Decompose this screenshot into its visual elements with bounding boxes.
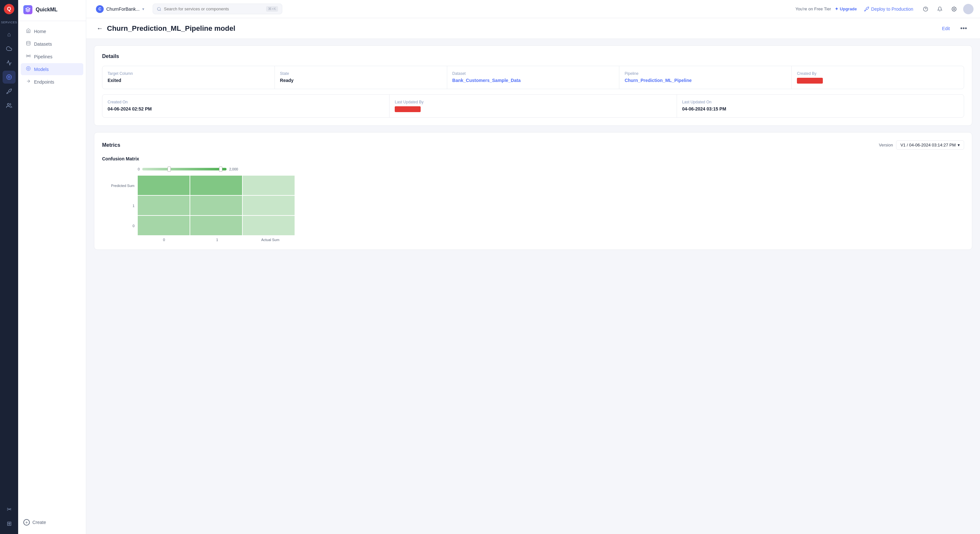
help-button[interactable] xyxy=(920,4,931,14)
matrix-x-label-actual: Actual Sum xyxy=(244,238,296,242)
tier-text: You're on Free Tier xyxy=(795,6,831,11)
analytics-rail-icon[interactable] xyxy=(3,56,16,69)
rocket-icon xyxy=(864,6,869,12)
user-avatar[interactable] xyxy=(963,4,974,14)
main-wrapper: C ChurnForBank... ▾ ⌘+K You're on Free T… xyxy=(86,0,980,534)
last-updated-on-label: Last Updated On xyxy=(682,100,959,104)
state-value: Ready xyxy=(280,78,442,83)
confusion-matrix-container: Predicted Sum 1 0 xyxy=(102,176,964,236)
sidebar: QuickML Home Datasets Pipelines Models xyxy=(18,0,86,534)
deploy-label: Deploy to Production xyxy=(871,6,913,12)
pipeline-cell: Pipeline Churn_Prediction_ML_Pipeline xyxy=(619,66,791,89)
matrix-x-labels: 0 1 Actual Sum xyxy=(102,238,964,242)
sidebar-item-datasets[interactable]: Datasets xyxy=(21,38,83,50)
sidebar-item-endpoints-label: Endpoints xyxy=(34,79,54,84)
rocket-rail-icon[interactable] xyxy=(3,85,16,98)
scale-thumb-right[interactable] xyxy=(219,167,222,172)
svg-point-5 xyxy=(27,41,30,43)
metrics-header: Metrics Version V1 / 04-06-2024 03:14:27… xyxy=(102,140,964,150)
sidebar-item-home-label: Home xyxy=(34,29,46,34)
matrix-cell-0-1 xyxy=(190,176,242,195)
matrix-y-labels: Predicted Sum 1 0 xyxy=(102,176,138,236)
icon-rail: Q Services ⌂ ✂ ⊞ xyxy=(0,0,18,534)
matrix-cell-0-2 xyxy=(243,176,294,195)
sidebar-item-models-label: Models xyxy=(34,67,49,72)
sidebar-item-pipelines[interactable]: Pipelines xyxy=(21,51,83,62)
edit-button[interactable]: Edit xyxy=(938,24,954,33)
sidebar-brand-icon xyxy=(23,5,32,14)
search-bar[interactable]: ⌘+K xyxy=(153,3,282,14)
search-input[interactable] xyxy=(164,6,264,11)
matrix-y-label-1: 1 xyxy=(102,196,135,216)
more-options-button[interactable]: ••• xyxy=(958,23,970,33)
matrix-cell-0-0 xyxy=(138,176,189,195)
svg-point-3 xyxy=(8,76,10,78)
workspace-selector[interactable]: C ChurnForBank... ▾ xyxy=(93,3,148,15)
dataset-value[interactable]: Bank_Customers_Sample_Data xyxy=(452,78,614,83)
created-on-value: 04-06-2024 02:52 PM xyxy=(108,106,384,111)
svg-point-7 xyxy=(26,67,30,71)
home-icon xyxy=(26,28,31,34)
notifications-button[interactable] xyxy=(935,4,945,14)
matrix-cell-2-0 xyxy=(138,216,189,235)
matrix-x-label-0: 0 xyxy=(138,238,190,242)
deploy-to-production-button[interactable]: Deploy to Production xyxy=(861,5,916,14)
version-dropdown[interactable]: V1 / 04-06-2024 03:14:27 PM ▾ xyxy=(896,140,964,150)
create-button[interactable]: + Create xyxy=(18,516,86,529)
upgrade-button[interactable]: ✦ Upgrade xyxy=(835,6,857,11)
details-title: Details xyxy=(102,54,964,59)
tier-badge: You're on Free Tier xyxy=(795,6,831,11)
tools-rail-icon[interactable]: ✂ xyxy=(3,503,16,516)
pipeline-value[interactable]: Churn_Prediction_ML_Pipeline xyxy=(625,78,786,83)
created-by-cell: Created By xyxy=(792,66,964,89)
users-rail-icon[interactable] xyxy=(3,99,16,112)
created-on-label: Created On xyxy=(108,100,384,104)
target-column-label: Target Column xyxy=(108,71,269,76)
scale-thumb-left[interactable] xyxy=(167,167,171,172)
upgrade-label: Upgrade xyxy=(840,6,857,11)
details-section: Details Target Column Exited State Ready… xyxy=(94,45,972,126)
services-label: Services xyxy=(1,21,17,24)
scale-bar-container xyxy=(142,167,226,172)
page-title-row: ← Churn_Prediction_ML_Pipeline model xyxy=(97,24,235,33)
state-label: State xyxy=(280,71,442,76)
sidebar-item-models[interactable]: Models xyxy=(21,63,83,75)
svg-point-10 xyxy=(157,7,160,10)
svg-point-6 xyxy=(28,56,29,57)
back-button[interactable]: ← xyxy=(97,25,103,32)
sidebar-item-home[interactable]: Home xyxy=(21,25,83,37)
settings-button[interactable] xyxy=(949,4,959,14)
matrix-y-label-2: 0 xyxy=(102,216,135,236)
pipelines-icon xyxy=(26,54,31,60)
grid-rail-icon[interactable]: ⊞ xyxy=(3,517,16,530)
last-updated-on-cell: Last Updated On 04-06-2024 03:15 PM xyxy=(677,95,964,117)
workspace-chevron-icon: ▾ xyxy=(142,7,144,11)
matrix-row-0 xyxy=(138,176,294,195)
page-title: Churn_Prediction_ML_Pipeline model xyxy=(107,24,235,33)
sidebar-item-endpoints[interactable]: Endpoints xyxy=(21,76,83,88)
matrix-grid xyxy=(138,176,294,235)
content-area: ← Churn_Prediction_ML_Pipeline model Edi… xyxy=(86,18,980,534)
cloud-rail-icon[interactable] xyxy=(3,42,16,55)
top-nav: C ChurnForBank... ▾ ⌘+K You're on Free T… xyxy=(86,0,980,18)
state-cell: State Ready xyxy=(275,66,447,89)
search-shortcut: ⌘+K xyxy=(266,6,278,12)
last-updated-by-value xyxy=(395,106,421,112)
last-updated-on-value: 04-06-2024 03:15 PM xyxy=(682,106,959,111)
scale-min-label: 0 xyxy=(138,167,140,171)
top-nav-right: You're on Free Tier ✦ Upgrade Deploy to … xyxy=(795,4,974,14)
model-rail-icon[interactable] xyxy=(3,71,16,84)
metrics-title: Metrics xyxy=(102,142,120,148)
svg-text:Q: Q xyxy=(7,6,11,12)
home-rail-icon[interactable]: ⌂ xyxy=(3,28,16,41)
scale-bar xyxy=(142,168,226,170)
svg-point-2 xyxy=(7,75,12,80)
sidebar-item-datasets-label: Datasets xyxy=(34,41,52,47)
matrix-x-label-1: 1 xyxy=(191,238,243,242)
matrix-cell-1-2 xyxy=(243,196,294,215)
pipeline-label: Pipeline xyxy=(625,71,786,76)
scale-max-label: 2,000 xyxy=(229,167,238,171)
svg-point-8 xyxy=(27,68,29,69)
target-column-cell: Target Column Exited xyxy=(102,66,275,89)
confusion-matrix-title: Confusion Matrix xyxy=(102,156,964,161)
